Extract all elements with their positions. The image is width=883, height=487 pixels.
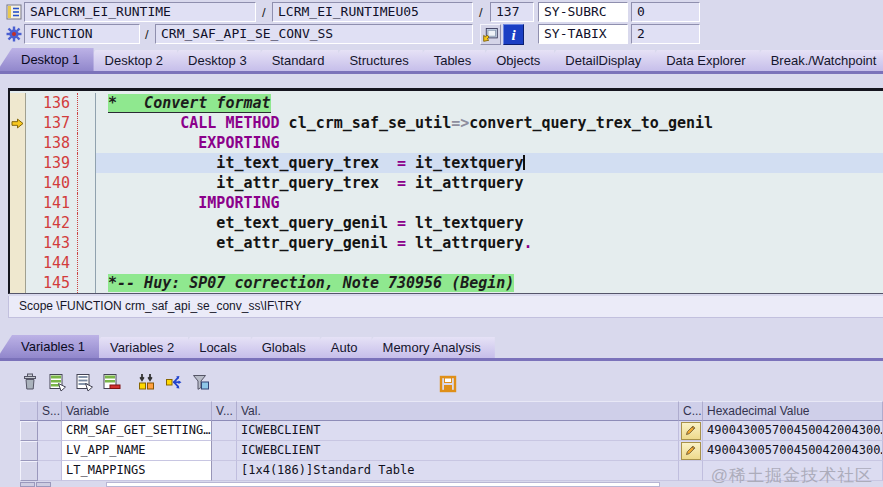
column-header-val[interactable]: Val.	[237, 401, 679, 421]
table-row: CRM_SAF_GET_SETTING…ICWEBCLIENT490043005…	[20, 421, 883, 441]
function-module-icon	[5, 25, 23, 43]
cell-value: ICWEBCLIENT	[237, 421, 679, 441]
tab-variables-2[interactable]: Variables 2	[86, 337, 188, 358]
code-line-136[interactable]: 136* Convert format	[10, 93, 883, 113]
code-line-142[interactable]: 142 et_text_query_genil = lt_textquery	[10, 213, 883, 233]
gutter-divider	[78, 93, 96, 113]
include-field[interactable]: LCRM_EI_RUNTIMEU05	[272, 2, 473, 22]
row-selector[interactable]	[20, 421, 38, 441]
column-header-s[interactable]: S...	[38, 401, 62, 421]
code-text: CALL METHOD cl_crm_saf_se_util=>convert_…	[96, 113, 883, 133]
code-line-144[interactable]: 144	[10, 253, 883, 273]
line-number: 142	[26, 213, 78, 233]
table-create-button[interactable]	[45, 372, 68, 395]
row-selector[interactable]	[20, 461, 38, 481]
cell-v	[212, 461, 237, 481]
line-number: 141	[26, 193, 78, 213]
table-display-button[interactable]	[72, 372, 95, 395]
scrollbar-track[interactable]	[106, 482, 660, 487]
code-line-145[interactable]: 145*-- Huy: SP07 correction, Note 730956…	[10, 273, 883, 293]
save-button[interactable]	[436, 372, 459, 395]
breakpoint-gutter[interactable]	[10, 93, 26, 113]
cell-hexadecimal	[703, 461, 883, 481]
code-text: et_text_query_genil = lt_textquery	[96, 213, 883, 233]
code-line-138[interactable]: 138 EXPORTING	[10, 133, 883, 153]
column-header-variable[interactable]: Variable	[62, 401, 212, 421]
table-delete-row-button[interactable]	[99, 372, 122, 395]
info-button[interactable]: i	[503, 24, 524, 45]
cell-variable[interactable]: LV_APP_NAME	[62, 441, 212, 461]
code-line-139[interactable]: 139 it_text_query_trex = it_textquery	[10, 153, 883, 173]
breakpoint-gutter[interactable]	[10, 253, 26, 273]
code-text: it_attr_query_trex = it_attrquery	[96, 173, 883, 193]
gutter-divider	[78, 133, 96, 153]
tab-detaildisplay[interactable]: DetailDisplay	[541, 50, 655, 71]
current-statement-arrow[interactable]	[10, 113, 26, 133]
code-line-141[interactable]: 141 IMPORTING	[10, 193, 883, 213]
sy-subrc-label-field[interactable]: SY-SUBRC	[538, 2, 628, 22]
gutter-divider	[78, 273, 96, 293]
goto-statement-button[interactable]	[480, 24, 501, 45]
breakpoint-gutter[interactable]	[10, 173, 26, 193]
change-value-button[interactable]	[681, 442, 701, 460]
breakpoint-gutter[interactable]	[10, 153, 26, 173]
tab-structures[interactable]: Structures	[325, 50, 422, 71]
tab-standard[interactable]: Standard	[248, 50, 339, 71]
event-name-field[interactable]: CRM_SAF_API_SE_CONV_SS	[155, 24, 473, 44]
line-number: 144	[26, 253, 78, 273]
tab-desktop-2[interactable]: Desktop 2	[81, 50, 178, 71]
delete-button[interactable]	[18, 372, 41, 395]
line-number: 137	[26, 113, 78, 133]
breakpoint-gutter[interactable]	[10, 273, 26, 293]
column-header-hex[interactable]: Hexadecimal Value	[703, 401, 883, 421]
breakpoint-gutter[interactable]	[10, 133, 26, 153]
sy-tabix-label-field[interactable]: SY-TABIX	[538, 24, 628, 44]
cell-changeable	[679, 461, 703, 481]
tab-memory-analysis[interactable]: Memory Analysis	[359, 337, 495, 358]
breakpoint-gutter[interactable]	[10, 233, 26, 253]
cell-v	[212, 421, 237, 441]
code-line-140[interactable]: 140 it_attr_query_trex = it_attrquery	[10, 173, 883, 193]
filter-funnel-button[interactable]	[189, 372, 212, 395]
scroll-button[interactable]	[36, 482, 51, 487]
cell-variable[interactable]: CRM_SAF_GET_SETTING…	[62, 421, 212, 441]
code-line-143[interactable]: 143 et_attr_query_genil = lt_attrquery.	[10, 233, 883, 253]
scroll-left-button[interactable]	[20, 482, 35, 487]
cell-v	[212, 441, 237, 461]
swap-arrows-button[interactable]	[162, 372, 185, 395]
row-selector[interactable]	[20, 441, 38, 461]
event-type-field[interactable]: FUNCTION	[24, 24, 140, 44]
breakpoint-gutter[interactable]	[10, 213, 26, 233]
code-text: IMPORTING	[96, 193, 883, 213]
gutter-divider	[78, 213, 96, 233]
line-number: 138	[26, 133, 78, 153]
code-text: et_attr_query_genil = lt_attrquery.	[96, 233, 883, 253]
cell-variable[interactable]: LT_MAPPINGS	[62, 461, 212, 481]
breakpoint-gutter[interactable]	[10, 193, 26, 213]
horizontal-scrollbar[interactable]	[20, 482, 660, 487]
column-header-v[interactable]: V...	[212, 401, 237, 421]
tab-desktop-1[interactable]: Desktop 1	[0, 48, 94, 71]
tab-data-explorer[interactable]: Data Explorer	[642, 50, 759, 71]
tab-desktop-3[interactable]: Desktop 3	[164, 50, 261, 71]
insert-values-icon	[137, 372, 157, 395]
gutter-divider	[78, 193, 96, 213]
line-number: 140	[26, 173, 78, 193]
line-number-field[interactable]: 137	[490, 2, 534, 22]
column-header-selector[interactable]	[20, 401, 38, 421]
tab-variables-1[interactable]: Variables 1	[0, 335, 99, 358]
column-header-c[interactable]: C...	[679, 401, 703, 421]
sy-tabix-value-field: 2	[631, 24, 700, 44]
table-row: LV_APP_NAMEICWEBCLIENT490043005700450042…	[20, 441, 883, 461]
table-header: S... Variable V... Val. C... Hexadecimal…	[20, 401, 883, 421]
insert-values-button[interactable]	[135, 372, 158, 395]
filter-funnel-icon	[191, 372, 211, 395]
change-value-button[interactable]	[681, 422, 701, 440]
gutter-divider	[78, 153, 96, 173]
program-field[interactable]: SAPLCRM_EI_RUNTIME	[24, 2, 256, 22]
tabstrip-underline	[0, 358, 883, 361]
abap-code-editor[interactable]: 136* Convert format137 CALL METHOD cl_cr…	[8, 88, 883, 294]
gutter-divider	[78, 233, 96, 253]
tab-break-watchpoint[interactable]: Break./Watchpoint	[747, 50, 883, 71]
code-line-137[interactable]: 137 CALL METHOD cl_crm_saf_se_util=>conv…	[10, 113, 883, 133]
